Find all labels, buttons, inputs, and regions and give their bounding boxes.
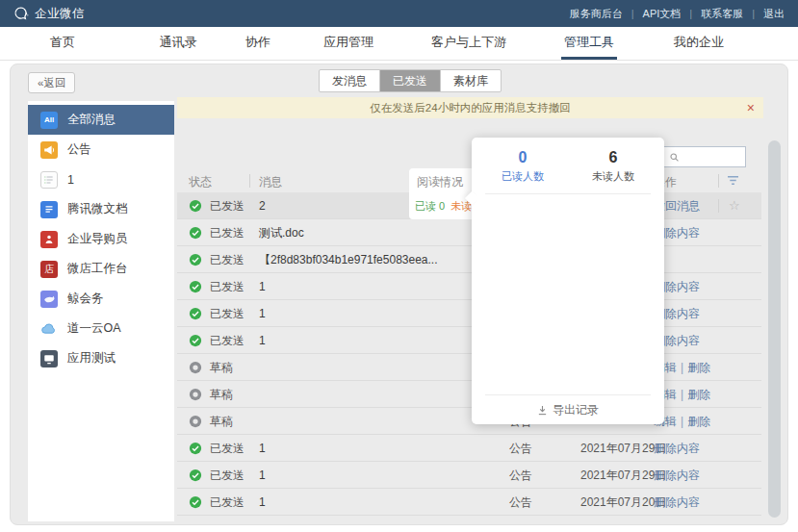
tab[interactable]: 已发送 [379,70,440,91]
action-link[interactable]: 删除 [687,361,710,374]
action-link[interactable]: 删除内容 [654,469,700,482]
status-label: 已发送 [210,462,245,489]
notice-bar: 仅在发送后24小时内的应用消息支持撤回 × [177,97,763,118]
filter-icon[interactable] [726,175,740,189]
sent-icon [189,280,202,293]
tab[interactable]: 素材库 [440,70,501,91]
nav-item[interactable]: 通讯录 [157,27,200,57]
sidebar-item-label: 腾讯微文档 [67,201,128,217]
table-row[interactable]: 已发送 【2f8d83bf034b1e971fe5083eea... [177,246,761,273]
status-label: 已发送 [210,327,245,354]
topbar-link[interactable]: API文档 [623,7,682,21]
nav-item[interactable]: 协作 [243,27,273,57]
sent-icon [189,307,202,320]
star-icon[interactable]: ☆ [729,192,740,219]
nav-item[interactable]: 首页 [47,27,78,57]
status-cell: 已发送 [189,246,245,273]
nav-item[interactable]: 管理工具 [561,27,617,60]
vertical-scrollbar[interactable] [768,140,781,518]
popup-empty-area [472,194,664,394]
read-count: 0 [502,149,544,166]
action-link[interactable]: 删除 [687,415,710,428]
nav-item[interactable]: 我的企业 [671,27,727,57]
table-row[interactable]: 已发送 1 删除内容 [177,273,761,300]
sidebar-item-label: 道一云OA [67,320,121,337]
topbar-link[interactable]: 服务商后台 [570,7,623,21]
table-row[interactable]: 已发送 1 公告 2021年07月29日 删除内容 [177,435,761,462]
type-cell: 公告 [509,462,532,489]
col-read: 阅读情况 [417,174,463,190]
action-link[interactable]: 删除 [687,388,710,401]
topbar-link[interactable]: 退出 [743,7,785,21]
message-cell: 【2f8d83bf034b1e971fe5083eea... [259,246,438,273]
status-label: 已发送 [210,489,245,516]
status-cell: 已发送 [189,327,245,354]
status-cell: 草稿 [189,408,233,435]
close-icon[interactable]: × [747,101,755,114]
search-box [663,146,746,167]
status-label: 草稿 [210,354,233,381]
popup-stats: 0 已读人数 6 未读人数 [472,138,664,193]
search-input[interactable] [683,150,743,164]
sidebar-item-megaphone[interactable]: 公告 [28,135,174,165]
table-row[interactable]: 草稿 公告 编辑|删除 [177,408,761,435]
table-row[interactable]: 草稿 编辑|删除 [177,354,761,381]
unread-count-stat[interactable]: 6 未读人数 [592,149,634,184]
sidebar-item-label: 公告 [67,141,91,158]
nav-item[interactable]: 客户与上下游 [428,27,509,57]
read-status-cell [415,408,421,435]
table-row[interactable]: 已发送 1 删除内容 [177,300,761,327]
header-divider [718,174,719,188]
table-row[interactable]: 已发送 1 删除内容 [177,327,761,354]
megaphone-icon [40,141,58,159]
table-row[interactable]: 已发送 1 公告 2021年07月20日 删除内容 [177,489,761,516]
sidebar-item-cloud[interactable]: 道一云OA [28,314,174,343]
actions-cell: 删除内容 [654,435,700,462]
sidebar-item-person[interactable]: 企业导购员 [28,224,174,254]
action-link[interactable]: 删除内容 [654,442,700,455]
tab[interactable]: 发消息 [320,70,379,91]
export-records-button[interactable]: 导出记录 [472,395,664,424]
list-icon [40,171,58,189]
col-status: 状态 [189,174,212,190]
read-status-cell [415,489,421,516]
sidebar-item-monitor[interactable]: 应用测试 [28,343,174,373]
topbar-link[interactable]: 联系客服 [681,7,743,21]
table-row[interactable]: 草稿 编辑|删除 [177,381,761,408]
sent-icon [189,334,202,347]
sent-icon [189,442,202,455]
read-status-cell [415,300,421,327]
sidebar-item-list[interactable]: 1 [28,165,174,194]
nav-item[interactable]: 应用管理 [321,27,376,57]
draft-icon [189,388,202,401]
read-status-popup: 0 已读人数 6 未读人数 导出记录 [472,138,664,424]
col-message: 消息 [259,174,282,190]
type-cell: 公告 [509,489,532,516]
status-label: 已发送 [210,300,245,327]
table-row[interactable]: 已发送 测试.doc 删除内容 [177,219,761,246]
status-label: 已发送 [210,435,245,462]
status-label: 已发送 [210,192,245,219]
brand: 企业微信 [13,6,85,22]
message-cell: 2 [259,192,266,219]
back-button[interactable]: «返回 [28,72,75,93]
read-count-stat[interactable]: 0 已读人数 [502,149,544,184]
sidebar-item-店[interactable]: 店 微店工作台 [28,254,174,284]
table-row[interactable]: 已发送 1 公告 2021年07月29日 删除内容 [177,462,761,489]
sidebar-item-label: 全部消息 [67,112,116,128]
notice-text: 仅在发送后24小时内的应用消息支持撤回 [370,101,570,115]
read-status-cell [415,246,421,273]
shop-icon: 店 [40,261,58,278]
action-link[interactable]: 删除内容 [654,495,700,509]
status-cell: 已发送 [189,192,245,219]
app-sidebar: All 全部消息 公告 1 腾讯微文档 企业导购员 店 微店工作台 鲸会务 道一… [28,101,174,521]
download-icon [537,405,548,416]
sidebar-item-All[interactable]: All 全部消息 [28,105,174,135]
draft-icon [189,415,202,428]
message-cell: 测试.doc [259,219,304,246]
export-records-label: 导出记录 [553,402,599,418]
sidebar-item-doc[interactable]: 腾讯微文档 [28,194,174,224]
all-badge-icon: All [40,112,58,129]
unread-count: 6 [592,149,634,166]
sidebar-item-whale[interactable]: 鲸会务 [28,284,174,314]
